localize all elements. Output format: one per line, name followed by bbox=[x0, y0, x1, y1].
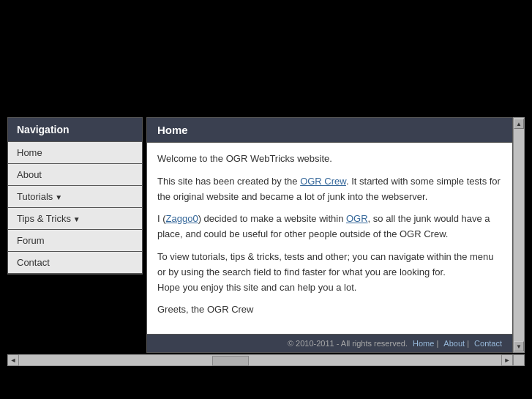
page-wrapper: Navigation Home About Tutorials Tips & T… bbox=[0, 0, 532, 399]
sidebar-link-tutorials[interactable]: Tutorials bbox=[8, 186, 142, 207]
copyright-text: © 2010-2011 - All rights reserved. bbox=[288, 339, 408, 348]
sidebar-header: Navigation bbox=[8, 118, 142, 142]
footer-link-about[interactable]: About bbox=[443, 339, 465, 348]
content-para-5: Greets, the OGR Crew bbox=[157, 302, 502, 318]
content-title: Home bbox=[147, 118, 512, 143]
footer-link-home[interactable]: Home bbox=[413, 339, 434, 348]
sidebar-item-contact[interactable]: Contact bbox=[8, 252, 142, 274]
hscroll-track bbox=[19, 354, 501, 366]
sidebar-link-about[interactable]: About bbox=[8, 164, 142, 185]
sidebar: Navigation Home About Tutorials Tips & T… bbox=[7, 117, 143, 275]
link-zaggo0[interactable]: Zaggo0 bbox=[166, 213, 198, 224]
horizontal-scrollbar-row: ◄ ► bbox=[7, 354, 525, 366]
sidebar-link-tips-tricks[interactable]: Tips & Tricks bbox=[8, 208, 142, 229]
content-body: Welcome to the OGR WebTricks website. Th… bbox=[147, 143, 512, 334]
scroll-up-button[interactable]: ▲ bbox=[514, 119, 524, 129]
scroll-track bbox=[514, 130, 524, 340]
sidebar-item-forum[interactable]: Forum bbox=[8, 230, 142, 252]
sidebar-item-tutorials[interactable]: Tutorials bbox=[8, 186, 142, 208]
scrollbar-corner bbox=[513, 354, 525, 366]
content-area: Home Welcome to the OGR WebTricks websit… bbox=[146, 117, 513, 353]
footer-link-contact[interactable]: Contact bbox=[474, 339, 502, 348]
link-ogr[interactable]: OGR bbox=[346, 213, 368, 224]
sidebar-item-home[interactable]: Home bbox=[8, 142, 142, 164]
content-para-3: I (Zaggo0) decided to make a website wit… bbox=[157, 212, 502, 242]
hscroll-right-button[interactable]: ► bbox=[501, 354, 513, 366]
scroll-down-button[interactable]: ▼ bbox=[514, 341, 524, 351]
link-ogr-crew[interactable]: OGR Crew bbox=[300, 176, 346, 187]
content-para-4: To view tutorials, tips & tricks, tests … bbox=[157, 250, 502, 295]
sidebar-link-contact[interactable]: Contact bbox=[8, 252, 142, 273]
sidebar-item-tips-tricks[interactable]: Tips & Tricks bbox=[8, 208, 142, 230]
main-layout: Navigation Home About Tutorials Tips & T… bbox=[7, 117, 525, 353]
content-para-1: Welcome to the OGR WebTricks website. bbox=[157, 152, 502, 167]
sidebar-item-about[interactable]: About bbox=[8, 164, 142, 186]
vertical-scrollbar: ▲ ▼ bbox=[513, 117, 525, 353]
sidebar-nav: Home About Tutorials Tips & Tricks Forum… bbox=[8, 142, 142, 274]
content-para-2: This site has been created by the OGR Cr… bbox=[157, 174, 502, 205]
sidebar-link-forum[interactable]: Forum bbox=[8, 230, 142, 251]
content-footer: © 2010-2011 - All rights reserved. Home … bbox=[147, 334, 512, 352]
hscroll-thumb[interactable] bbox=[212, 356, 249, 366]
sidebar-link-home[interactable]: Home bbox=[8, 142, 142, 163]
hscroll-left-button[interactable]: ◄ bbox=[7, 354, 19, 366]
content-with-scrollbar: Home Welcome to the OGR WebTricks websit… bbox=[143, 117, 525, 353]
